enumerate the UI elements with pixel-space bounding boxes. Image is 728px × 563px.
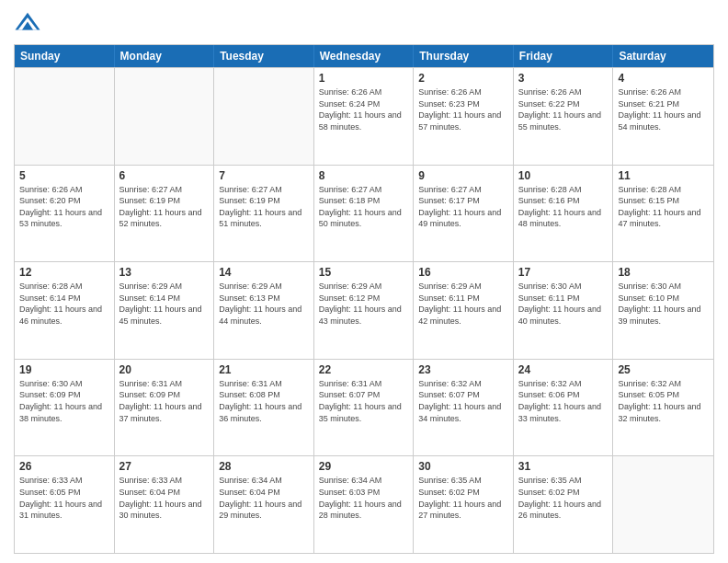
calendar-header: SundayMondayTuesdayWednesdayThursdayFrid… bbox=[15, 45, 713, 67]
day-number: 28 bbox=[219, 460, 309, 473]
day-cell-27: 27Sunrise: 6:33 AMSunset: 6:04 PMDayligh… bbox=[115, 456, 215, 553]
day-info: Sunrise: 6:26 AMSunset: 6:24 PMDaylight:… bbox=[319, 86, 409, 132]
day-info: Sunrise: 6:32 AMSunset: 6:06 PMDaylight:… bbox=[518, 378, 609, 424]
day-info: Sunrise: 6:29 AMSunset: 6:14 PMDaylight:… bbox=[119, 281, 210, 327]
day-info: Sunrise: 6:35 AMSunset: 6:02 PMDaylight:… bbox=[418, 475, 508, 521]
day-number: 20 bbox=[119, 363, 210, 376]
day-cell-3: 3Sunrise: 6:26 AMSunset: 6:22 PMDaylight… bbox=[514, 68, 614, 165]
day-cell-23: 23Sunrise: 6:32 AMSunset: 6:07 PMDayligh… bbox=[414, 360, 514, 456]
day-info: Sunrise: 6:32 AMSunset: 6:05 PMDaylight:… bbox=[618, 378, 709, 424]
day-number: 29 bbox=[319, 460, 409, 473]
day-info: Sunrise: 6:26 AMSunset: 6:20 PMDaylight:… bbox=[19, 184, 109, 230]
day-number: 30 bbox=[418, 460, 508, 473]
day-number: 26 bbox=[19, 460, 109, 473]
day-cell-25: 25Sunrise: 6:32 AMSunset: 6:05 PMDayligh… bbox=[613, 360, 713, 456]
day-number: 5 bbox=[19, 169, 109, 182]
day-number: 3 bbox=[518, 72, 609, 85]
day-cell-26: 26Sunrise: 6:33 AMSunset: 6:05 PMDayligh… bbox=[15, 456, 115, 553]
day-info: Sunrise: 6:27 AMSunset: 6:19 PMDaylight:… bbox=[119, 184, 210, 230]
empty-cell bbox=[15, 68, 115, 165]
day-number: 7 bbox=[219, 169, 309, 182]
logo bbox=[14, 9, 45, 37]
day-cell-8: 8Sunrise: 6:27 AMSunset: 6:18 PMDaylight… bbox=[314, 166, 415, 262]
day-cell-19: 19Sunrise: 6:30 AMSunset: 6:09 PMDayligh… bbox=[15, 360, 115, 456]
calendar-row-0: 1Sunrise: 6:26 AMSunset: 6:24 PMDaylight… bbox=[15, 67, 713, 165]
day-cell-16: 16Sunrise: 6:29 AMSunset: 6:11 PMDayligh… bbox=[414, 262, 514, 359]
day-info: Sunrise: 6:31 AMSunset: 6:09 PMDaylight:… bbox=[119, 378, 210, 424]
day-number: 27 bbox=[119, 460, 210, 473]
day-cell-18: 18Sunrise: 6:30 AMSunset: 6:10 PMDayligh… bbox=[613, 262, 713, 359]
calendar-row-3: 19Sunrise: 6:30 AMSunset: 6:09 PMDayligh… bbox=[15, 359, 713, 456]
empty-cell bbox=[214, 68, 314, 165]
day-cell-14: 14Sunrise: 6:29 AMSunset: 6:13 PMDayligh… bbox=[214, 262, 314, 359]
day-info: Sunrise: 6:34 AMSunset: 6:04 PMDaylight:… bbox=[219, 475, 309, 521]
day-number: 18 bbox=[618, 266, 709, 279]
day-number: 22 bbox=[319, 363, 409, 376]
day-info: Sunrise: 6:29 AMSunset: 6:12 PMDaylight:… bbox=[319, 281, 409, 327]
day-number: 31 bbox=[518, 460, 609, 473]
calendar-row-2: 12Sunrise: 6:28 AMSunset: 6:14 PMDayligh… bbox=[15, 261, 713, 359]
day-info: Sunrise: 6:28 AMSunset: 6:15 PMDaylight:… bbox=[618, 184, 709, 230]
day-cell-12: 12Sunrise: 6:28 AMSunset: 6:14 PMDayligh… bbox=[15, 262, 115, 359]
day-info: Sunrise: 6:26 AMSunset: 6:22 PMDaylight:… bbox=[518, 86, 609, 132]
day-number: 19 bbox=[19, 363, 109, 376]
day-cell-10: 10Sunrise: 6:28 AMSunset: 6:16 PMDayligh… bbox=[514, 166, 614, 262]
day-cell-11: 11Sunrise: 6:28 AMSunset: 6:15 PMDayligh… bbox=[613, 166, 713, 262]
day-number: 1 bbox=[319, 72, 409, 85]
day-info: Sunrise: 6:27 AMSunset: 6:17 PMDaylight:… bbox=[418, 184, 508, 230]
day-header-sunday: Sunday bbox=[15, 45, 115, 67]
day-info: Sunrise: 6:29 AMSunset: 6:13 PMDaylight:… bbox=[219, 281, 309, 327]
day-cell-5: 5Sunrise: 6:26 AMSunset: 6:20 PMDaylight… bbox=[15, 166, 115, 262]
day-header-tuesday: Tuesday bbox=[214, 45, 314, 67]
day-info: Sunrise: 6:27 AMSunset: 6:18 PMDaylight:… bbox=[319, 184, 409, 230]
day-cell-7: 7Sunrise: 6:27 AMSunset: 6:19 PMDaylight… bbox=[214, 166, 314, 262]
day-cell-4: 4Sunrise: 6:26 AMSunset: 6:21 PMDaylight… bbox=[613, 68, 713, 165]
day-info: Sunrise: 6:26 AMSunset: 6:21 PMDaylight:… bbox=[618, 86, 709, 132]
day-cell-20: 20Sunrise: 6:31 AMSunset: 6:09 PMDayligh… bbox=[115, 360, 215, 456]
day-cell-21: 21Sunrise: 6:31 AMSunset: 6:08 PMDayligh… bbox=[214, 360, 314, 456]
day-cell-22: 22Sunrise: 6:31 AMSunset: 6:07 PMDayligh… bbox=[314, 360, 415, 456]
day-number: 21 bbox=[219, 363, 309, 376]
day-info: Sunrise: 6:32 AMSunset: 6:07 PMDaylight:… bbox=[418, 378, 508, 424]
day-cell-28: 28Sunrise: 6:34 AMSunset: 6:04 PMDayligh… bbox=[214, 456, 314, 553]
day-info: Sunrise: 6:27 AMSunset: 6:19 PMDaylight:… bbox=[219, 184, 309, 230]
calendar-row-4: 26Sunrise: 6:33 AMSunset: 6:05 PMDayligh… bbox=[15, 455, 713, 553]
day-info: Sunrise: 6:29 AMSunset: 6:11 PMDaylight:… bbox=[418, 281, 508, 327]
empty-cell bbox=[115, 68, 215, 165]
day-number: 8 bbox=[319, 169, 409, 182]
calendar-body: 1Sunrise: 6:26 AMSunset: 6:24 PMDaylight… bbox=[15, 67, 713, 553]
day-number: 15 bbox=[319, 266, 409, 279]
day-number: 16 bbox=[418, 266, 508, 279]
day-cell-17: 17Sunrise: 6:30 AMSunset: 6:11 PMDayligh… bbox=[514, 262, 614, 359]
day-cell-1: 1Sunrise: 6:26 AMSunset: 6:24 PMDaylight… bbox=[314, 68, 415, 165]
day-info: Sunrise: 6:30 AMSunset: 6:11 PMDaylight:… bbox=[518, 281, 609, 327]
day-number: 6 bbox=[119, 169, 210, 182]
day-info: Sunrise: 6:33 AMSunset: 6:05 PMDaylight:… bbox=[19, 475, 109, 521]
day-info: Sunrise: 6:34 AMSunset: 6:03 PMDaylight:… bbox=[319, 475, 409, 521]
day-number: 4 bbox=[618, 72, 709, 85]
day-number: 13 bbox=[119, 266, 210, 279]
day-info: Sunrise: 6:26 AMSunset: 6:23 PMDaylight:… bbox=[418, 86, 508, 132]
logo-icon bbox=[14, 9, 41, 37]
day-number: 25 bbox=[618, 363, 709, 376]
calendar: SundayMondayTuesdayWednesdayThursdayFrid… bbox=[14, 44, 714, 554]
day-number: 23 bbox=[418, 363, 508, 376]
day-number: 10 bbox=[518, 169, 609, 182]
day-info: Sunrise: 6:35 AMSunset: 6:02 PMDaylight:… bbox=[518, 475, 609, 521]
day-header-thursday: Thursday bbox=[414, 45, 514, 67]
header bbox=[14, 9, 714, 37]
day-number: 9 bbox=[418, 169, 508, 182]
day-info: Sunrise: 6:28 AMSunset: 6:16 PMDaylight:… bbox=[518, 184, 609, 230]
day-info: Sunrise: 6:28 AMSunset: 6:14 PMDaylight:… bbox=[19, 281, 109, 327]
day-cell-15: 15Sunrise: 6:29 AMSunset: 6:12 PMDayligh… bbox=[314, 262, 415, 359]
day-cell-30: 30Sunrise: 6:35 AMSunset: 6:02 PMDayligh… bbox=[414, 456, 514, 553]
day-cell-9: 9Sunrise: 6:27 AMSunset: 6:17 PMDaylight… bbox=[414, 166, 514, 262]
empty-cell bbox=[613, 456, 713, 553]
day-info: Sunrise: 6:33 AMSunset: 6:04 PMDaylight:… bbox=[119, 475, 210, 521]
day-number: 12 bbox=[19, 266, 109, 279]
day-info: Sunrise: 6:30 AMSunset: 6:09 PMDaylight:… bbox=[19, 378, 109, 424]
day-number: 14 bbox=[219, 266, 309, 279]
day-cell-31: 31Sunrise: 6:35 AMSunset: 6:02 PMDayligh… bbox=[514, 456, 614, 553]
day-cell-29: 29Sunrise: 6:34 AMSunset: 6:03 PMDayligh… bbox=[314, 456, 415, 553]
day-number: 2 bbox=[418, 72, 508, 85]
